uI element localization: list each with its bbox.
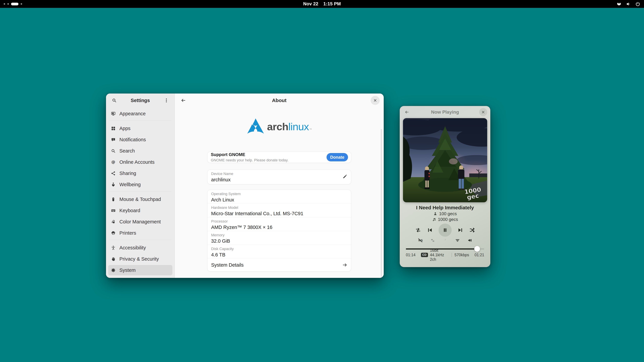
album-art-image: 1000 gec [403, 118, 487, 202]
sidebar-item-label: Apps [120, 126, 130, 131]
note-dim-icon[interactable] [442, 238, 448, 243]
album-name: 1000 gecs [438, 217, 458, 222]
sidebar-item-wellbeing[interactable]: Wellbeing [108, 179, 172, 190]
system-details-label: System Details [211, 262, 244, 268]
archlinux-logo: archlinux™ [207, 116, 351, 137]
workspace-dot[interactable] [8, 3, 9, 5]
support-title: Support GNOME [211, 152, 326, 157]
sidebar-item-label: Mouse & Touchpad [120, 197, 161, 202]
track-title: I Need Help Immediately [400, 205, 490, 211]
about-content: archlinux™ Support GNOME GNOME needs you… [175, 107, 384, 278]
kebab-menu-icon[interactable] [162, 96, 171, 105]
desktop: { "colors": { "desktop": "#008080", "arc… [0, 0, 644, 362]
clock[interactable]: Nov 22 1:15 PM [303, 1, 341, 6]
donate-button[interactable]: Donate [326, 153, 348, 161]
sidebar-item-apps[interactable]: Apps [108, 123, 172, 134]
seek-knob[interactable] [474, 246, 480, 252]
arch-trademark: ™ [310, 128, 312, 131]
support-gnome-card: Support GNOME GNOME needs your help. Ple… [207, 151, 351, 163]
lyrics-blocks-icon[interactable] [430, 238, 435, 243]
volume-player-icon[interactable] [468, 238, 472, 243]
seek-track[interactable] [406, 248, 484, 250]
cd-quality-badge: CD [421, 253, 428, 257]
player-back-icon[interactable] [403, 108, 411, 116]
accessibility-icon [111, 245, 116, 250]
power-icon [635, 1, 640, 6]
workspace-dot[interactable] [21, 3, 22, 5]
wellbeing-icon [111, 182, 116, 187]
info-row-value: 4.6 TB [211, 252, 347, 258]
album-icon [432, 217, 436, 222]
system-info-card: Operating SystemArch LinuxHardware Model… [207, 190, 351, 272]
search-icon[interactable] [110, 96, 119, 105]
sidebar-item-label: System [120, 268, 136, 273]
info-row-label: Processor [211, 219, 347, 224]
sidebar-item-online-accounts[interactable]: @Online Accounts [108, 157, 172, 167]
sidebar-item-sharing[interactable]: Sharing [108, 168, 172, 178]
sidebar-item-appearance[interactable]: Appearance [108, 108, 172, 119]
edit-pencil-icon[interactable] [342, 174, 347, 180]
sidebar-item-label: Printers [120, 230, 136, 236]
about-scrollbar[interactable] [381, 129, 382, 278]
arch-wordmark-bold: arch [267, 121, 288, 133]
seek-bar[interactable] [400, 246, 490, 252]
repeat-icon[interactable] [415, 227, 421, 233]
now-playing-window: Now Playing [400, 106, 490, 267]
volume-icon [626, 1, 631, 6]
sidebar-item-color-management[interactable]: Color Management [108, 217, 172, 227]
device-name-label: Device Name [211, 172, 342, 176]
previous-track-icon[interactable] [427, 227, 433, 233]
next-track-icon[interactable] [457, 227, 464, 233]
playlist-queue-icon[interactable] [455, 238, 460, 243]
network-wired-icon [616, 1, 622, 6]
sidebar-item-label: Wellbeing [120, 182, 141, 187]
workspace-indicator[interactable] [4, 3, 74, 5]
device-name-value: archlinux [211, 177, 342, 183]
at-icon: @ [111, 160, 116, 165]
close-icon[interactable] [371, 96, 380, 105]
sidebar-list: AppearanceAppsNotificationsSearch@Online… [106, 107, 174, 278]
settings-window: Settings AppearanceAppsNotificationsSear… [106, 93, 384, 278]
sidebar-divider [109, 191, 172, 192]
workspace-active-pill[interactable] [11, 3, 18, 5]
sidebar-item-label: Privacy & Security [120, 256, 159, 262]
sidebar-item-keyboard[interactable]: Keyboard [108, 205, 172, 216]
sidebar-item-accessibility[interactable]: Accessibility [108, 243, 172, 253]
about-header: About [175, 93, 384, 107]
sidebar-divider [109, 240, 172, 240]
info-row-value: Micro-Star International Co., Ltd. MS-7C… [211, 211, 347, 216]
sidebar-item-mouse-touchpad[interactable]: Mouse & Touchpad [108, 194, 172, 204]
sidebar-item-label: Keyboard [120, 208, 140, 213]
info-row-value: Arch Linux [211, 197, 347, 203]
info-row: Operating SystemArch Linux [208, 190, 351, 204]
workspace-dot[interactable] [4, 3, 5, 5]
info-row: ProcessorAMD Ryzen™ 7 3800X × 16 [208, 217, 351, 231]
system-status-area[interactable] [616, 1, 640, 6]
info-row-label: Memory [211, 233, 347, 237]
system-details-row[interactable]: System Details [208, 259, 351, 271]
share-icon [111, 171, 116, 176]
bitrate: 570kbps [454, 253, 469, 257]
player-close-icon[interactable] [479, 108, 487, 116]
pause-button[interactable] [438, 224, 452, 237]
artist-row: 100 gecs [400, 211, 490, 216]
device-name-row[interactable]: Device Name archlinux [207, 170, 351, 184]
back-icon[interactable] [179, 96, 188, 105]
replaygain-off-icon[interactable]: RG [418, 238, 423, 243]
shuffle-icon[interactable] [469, 227, 475, 233]
info-row: Disk Capacity4.6 TB [208, 245, 351, 259]
sidebar-item-notifications[interactable]: Notifications [108, 134, 172, 145]
notifications-icon [111, 137, 116, 142]
info-row-label: Hardware Model [211, 205, 347, 210]
sidebar-item-printers[interactable]: Printers [108, 228, 172, 238]
album-art-scene: 1000 gec [403, 118, 487, 202]
elapsed-time: 01:14 [406, 253, 421, 257]
sidebar-item-search[interactable]: Search [108, 146, 172, 156]
sidebar-item-privacy-security[interactable]: Privacy & Security [108, 254, 172, 264]
sidebar-item-label: Appearance [120, 111, 146, 116]
appearance-icon [111, 111, 116, 116]
sidebar-item-system[interactable]: System [108, 265, 172, 275]
sidebar-divider [109, 120, 172, 121]
sidebar-item-label: Sharing [120, 171, 136, 176]
sidebar-item-label: Notifications [120, 137, 146, 142]
